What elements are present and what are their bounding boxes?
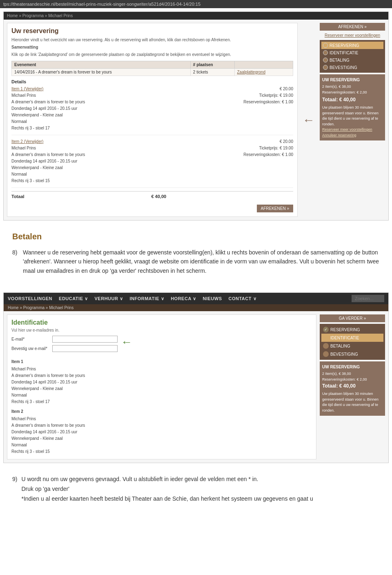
item-1-verwijder[interactable]: Item 1 (Verwijder) [11,87,43,91]
step-list-1: RESERVERING IDENTIFICATIE BETALING BEVES… [320,40,385,73]
table-row: 14/04/2016 - A dreamer's dream is foreve… [12,69,293,76]
nav-verhuur[interactable]: VERHUUR ∨ [95,296,123,301]
summary-table: Evenement # plaatsen 14/04/2016 - A drea… [11,61,293,76]
item-2-name: Michael Prins [11,146,36,150]
item-1-location: Wennekerpand - Kleine zaal [11,113,62,117]
form-fields: E-mail* Bevestig uw e-mail* [11,336,118,354]
item-2-verwijder[interactable]: Item 2 (Verwijder) [11,139,43,144]
step-label-reservering: RESERVERING [330,43,359,48]
nav-horeca[interactable]: HORECA ∨ [171,296,196,301]
table-cell-zaal[interactable]: Zaalplattegrond [234,69,293,76]
sidebar-items-count: 2 Item(s), € 38,00 [322,84,383,90]
totaal-value: € 40,00 [151,194,166,199]
reservation-title: Uw reservering [11,27,293,35]
id-item2-event: A dreamer's dream is forever to be yours [11,422,312,429]
totaal-label: Totaal [11,194,24,199]
item-8-text: Wanneer u de reservering hebt gemaakt vo… [23,248,380,275]
nav-nieuws[interactable]: NIEUWS [203,296,222,301]
sidebar2-items: 2 Item(s), € 38,00 [322,371,383,377]
item-2-seat: Rechts rij 3 - stoel 15 [11,178,50,183]
nav-informatie[interactable]: INFORMATIE ∨ [129,296,164,301]
arrow-green: ← [118,336,136,349]
step-circle-reservering [323,43,328,48]
step-circle-betaling [323,58,328,62]
step2-label-identificatie: IDENTIFICATIE [330,336,359,340]
step2-circle-identificatie [323,335,329,341]
id-item2-type: Normaal [11,442,312,448]
identificatie-title: Identificatie [11,319,312,326]
item-2-row: Item 2 (Verwijder) Michael Prins A dream… [11,138,293,188]
id-item1-type: Normaal [11,392,312,399]
item-2-date: Donderdag 14 april 2016 - 20.15 uur [11,159,77,163]
identificatie-subtitle: Vul hier uw e-mailadres in. [11,328,312,332]
table-header-map [234,61,293,69]
reservation-main: Uw reservering Hieronder vindt u het ove… [7,23,298,217]
item-1-row: Item 1 (Verwijder) Michael Prins A dream… [11,86,293,135]
item-1-name: Michael Prins [11,93,36,98]
afrekenen-bottom-btn[interactable]: AFREKENEN » [257,205,293,212]
item-1-left: Item 1 (Verwijder) Michael Prins A dream… [11,86,243,131]
item-1-reserveringskosten: Reserveringskosten: € 1.00 [243,100,293,104]
id-item1-title: Item 1 [11,359,312,365]
id-item2-title: Item 2 [11,408,312,415]
bevestig-email-input[interactable] [52,345,118,352]
browser-url: tps://theateraandeschie.nl/bestel/michae… [3,2,200,7]
betalen-title: Betalen [12,232,380,241]
sidebar-totaal: Totaal: € 40,00 [322,96,383,103]
item-1-ticketprijs: Ticketprijs: € 19.00 [259,93,293,98]
id-item2-seat: Rechts rij 3 - stoel 15 [11,448,312,455]
nav-voorstellingen[interactable]: VOORSTELLINGEN [8,296,52,301]
sidebar2-reserveringskosten: Reserveringskosten: € 2,00 [322,377,383,383]
id-item1-date: Donderdag 14 april 2016 - 20.15 uur [11,379,312,386]
sidebar-annuleer[interactable]: Annuleer reservering [322,133,356,137]
table-header-places: # plaatsen [190,61,234,69]
nav-search-input[interactable] [352,295,384,302]
step2-label-bevestiging: BEVESTIGING [330,352,358,357]
item-2-reserveringskosten: Reserveringskosten: € 1.00 [243,152,293,157]
bevestig-label: Bevestig uw e-mail* [11,346,52,351]
identificatie-main: Identificatie Vul hier uw e-mailadres in… [7,314,316,459]
screenshot-identificatie: VOORSTELLINGEN EDUCATIE ∨ VERHUUR ∨ INFO… [3,292,389,463]
reservation-body: Uw reservering Hieronder vindt u het ove… [4,20,388,220]
sidebar-reserveer-meer-2[interactable]: Reserveer meer voorstellingen [322,127,372,131]
id-item2-location: Wennekerpand - Kleine zaal [11,435,312,442]
step-bevestiging: BEVESTIGING [321,64,383,71]
uw-reservering-title: UW RESERVERING [322,77,383,83]
item-2-price: € 20.00 [280,139,293,144]
id-item1-event: A dreamer's dream is forever to be yours [11,372,312,379]
numbered-item-8: 8) Wanneer u de reservering hebt gemaakt… [12,248,380,275]
email-row: E-mail* [11,336,118,343]
page-content-betalen: Betalen 8) Wanneer u de reservering hebt… [0,224,392,289]
ga-verder-btn[interactable]: GA VERDER » [320,314,385,322]
item-1-right: € 20.00 Ticketprijs: € 19.00 Reservering… [243,86,293,131]
item-9-text3: *Indien u al eerder kaarten heeft bestel… [21,494,313,504]
afrekenen-top-btn[interactable]: AFREKENEN » [320,23,385,31]
samenvatting-label: Samenvatting [11,45,38,49]
samenvatting-desc: Klik op de link 'Zaalplattegrond' om de … [11,52,293,58]
reserveer-meer-link-1[interactable]: Reserveer meer voorstellingen [320,33,385,38]
step-betaling: BETALING [321,56,383,64]
nav-contact[interactable]: CONTACT ∨ [229,296,257,301]
step-label-identificatie: IDENTIFICATIE [330,51,358,55]
email-input[interactable] [52,336,118,343]
step2-label-betaling: BETALING [330,344,350,348]
nav-educatie[interactable]: EDUCATIE ∨ [59,296,88,301]
breadcrumb-1: Home » Programma » Michael Prins [7,13,73,18]
nav-bar-2: VOORSTELLINGEN EDUCATIE ∨ VERHUUR ∨ INFO… [4,293,388,304]
item-1-event: A dreamer's dream is forever to be yours [11,100,85,104]
browser-bar: tps://theateraandeschie.nl/bestel/michae… [0,0,392,8]
sidebar-2: GA VERDER » ✓ RESERVERING IDENTIFICATIE … [320,314,385,459]
step2-betaling: BETALING [321,342,383,350]
item-9-texts: U wordt nu om uw gegevens gevraagd. Vult… [21,475,313,504]
breadcrumb-2: Home » Programma » Michael Prins [4,304,388,311]
item-9-text2: Druk op 'ga verder' [21,484,313,494]
table-header-event: Evenement [12,61,191,69]
step-label-bevestiging: BEVESTIGING [330,65,357,70]
step2-bevestiging: BEVESTIGING [321,350,383,358]
item-8-num: 8) [12,248,19,275]
id-item2-date: Donderdag 14 april 2016 - 20.15 uur [11,429,312,435]
identificatie-body: Identificatie Vul hier uw e-mailadres in… [4,311,388,463]
uw-reservering-box-1: UW RESERVERING 2 Item(s), € 38,00 Reserv… [320,74,385,140]
step-reservering: RESERVERING [321,42,383,49]
sidebar-totaal-2: UW RESERVERING 2 Item(s), € 38,00 Reserv… [320,361,385,416]
